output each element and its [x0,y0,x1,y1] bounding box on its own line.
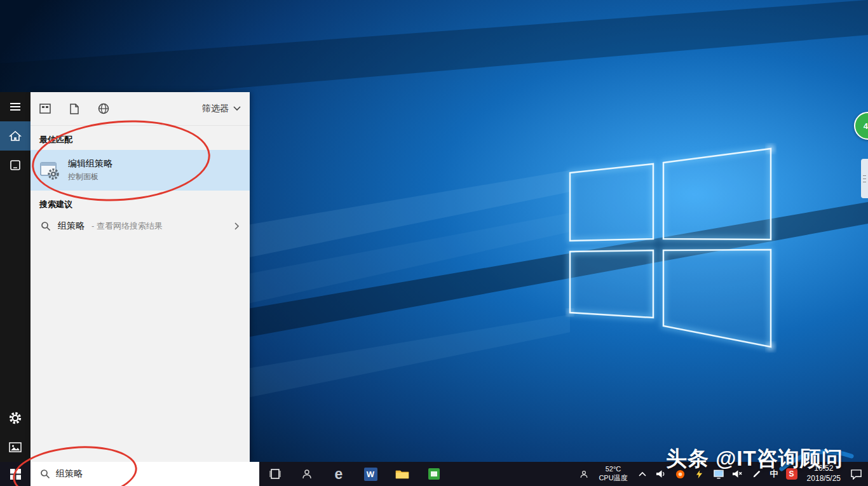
tab-documents-icon[interactable] [70,104,79,114]
chevron-up-icon [639,471,646,476]
menu-hamburger-button[interactable] [0,92,31,121]
search-icon [41,221,51,231]
task-view-icon [269,469,281,479]
taskbar-edge-button[interactable]: e [323,462,355,486]
start-menu-rail [0,92,31,462]
green-app-icon [428,468,440,480]
floating-badge-value: 44 [864,121,868,131]
edge-icon: e [335,467,343,482]
taskbar-people-button[interactable] [291,462,323,486]
result-title: 编辑组策略 [68,158,112,170]
file-explorer-icon [395,469,409,479]
rail-settings-button[interactable] [0,403,31,433]
device-icon [10,159,21,171]
people-icon [301,469,313,479]
volume-icon [656,469,667,478]
chevron-down-icon [233,106,241,111]
pictures-icon [9,442,22,452]
rail-device-button[interactable] [0,151,31,180]
best-match-header: 最佳匹配 [31,126,250,150]
tab-web-icon[interactable] [98,103,109,114]
tab-apps-icon[interactable] [39,104,51,114]
task-view-button[interactable] [259,462,291,486]
rail-spacer [0,180,31,403]
gear-icon [8,411,22,425]
cpu-temp-label: CPU温度 [599,474,627,483]
group-policy-icon [39,160,60,180]
result-subtitle: 控制面板 [68,172,112,182]
result-texts: 编辑组策略 控制面板 [68,158,112,182]
taskbar-explorer-button[interactable] [386,462,418,486]
taskbar-green-app-button[interactable] [418,462,450,486]
best-match-result[interactable]: 编辑组策略 控制面板 [31,150,250,191]
search-suggestion-item[interactable]: 组策略 - 查看网络搜索结果 [31,215,250,238]
hamburger-icon [10,102,21,111]
filters-dropdown[interactable]: 筛选器 [202,103,241,114]
rail-home-button[interactable] [0,121,31,151]
suggestions-header: 搜索建议 [31,191,250,215]
suggestion-query: 组策略 [58,220,85,232]
rail-pictures-button[interactable] [0,433,31,462]
filters-label: 筛选器 [202,103,229,114]
hidden-icons-button[interactable] [633,462,652,486]
cpu-temp-indicator[interactable]: 52°C CPU温度 [593,462,632,486]
windows-logo-icon [10,469,21,480]
tray-user-button[interactable] [574,462,593,486]
search-input-value: 组策略 [56,468,83,480]
taskbar-word-button[interactable]: W [355,462,386,486]
chevron-right-icon [234,222,240,230]
watermark: 头条 @IT咨询顾问 [666,445,843,473]
search-icon [40,469,50,479]
word-icon: W [364,468,377,481]
search-results-panel: 筛选器 最佳匹配 编辑组策略 控制面板 搜索建议 组策略 - 查看网络搜索结果 [31,92,250,462]
taskbar-search-box[interactable]: 组策略 [31,462,259,486]
edge-slider-handle[interactable] [861,159,868,198]
home-icon [9,130,22,142]
search-filter-tabs: 筛选器 [31,92,250,126]
start-button[interactable] [0,462,31,486]
desktop: 44 [0,0,868,486]
user-icon [579,469,589,479]
suggestion-suffix: - 查看网络搜索结果 [92,220,163,232]
cpu-temp-value: 52°C [606,465,621,474]
